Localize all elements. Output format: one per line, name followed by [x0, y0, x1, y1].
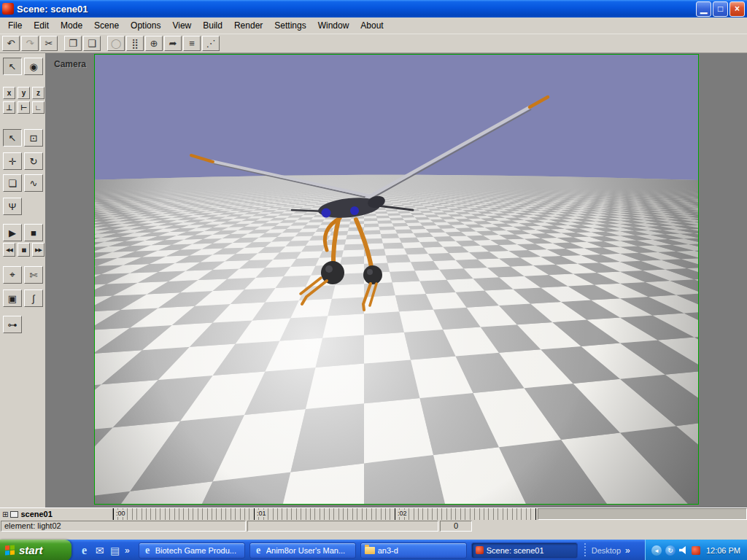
taskbar: start e ✉ ▤ » e Biotech Game Produ... e …	[0, 540, 747, 560]
key-mode-button[interactable]: ⊶	[3, 316, 22, 333]
scene-tree-node[interactable]: ⊞ scene01	[0, 508, 113, 520]
task-button-scene01[interactable]: Scene: scene01	[471, 542, 578, 559]
maximize-icon: □	[718, 4, 723, 14]
copy-icon: ❐	[69, 39, 77, 48]
axis-x-label: x	[7, 89, 12, 97]
play-button[interactable]: ▶	[3, 224, 22, 241]
menu-edit[interactable]: Edit	[28, 19, 55, 32]
key-icon: ⊶	[8, 319, 18, 330]
ie-quicklaunch-icon[interactable]: e	[77, 542, 91, 559]
keyframe-icon: ⌖	[9, 269, 15, 281]
desktop-toolbar[interactable]: Desktop »	[584, 543, 632, 558]
menu-scene[interactable]: Scene	[88, 19, 125, 32]
volume-tray-icon[interactable]	[679, 546, 688, 554]
timeline-ruler[interactable]: :00 :01 :02	[113, 508, 538, 520]
spline-icon: ∫	[32, 293, 35, 304]
task-button-biotech[interactable]: e Biotech Game Produ...	[139, 542, 245, 559]
arrow-select-button[interactable]: ↖	[3, 129, 22, 147]
ruler-label-0: :00	[115, 510, 126, 517]
paste-button[interactable]: ❑	[83, 36, 101, 51]
scene-canvas[interactable]	[94, 54, 699, 505]
main-area: ↖ ◉ x y z ⊥ ⊢ ∟ ↖ ⊡ ✛ ↻ ❏ ∿ Ψ ▶ ■	[0, 53, 747, 508]
ik-tool-button[interactable]: Ψ	[3, 198, 22, 215]
tree-expander-icon[interactable]: ⊞	[2, 510, 8, 518]
taskbar-clock[interactable]: 12:06 PM	[706, 546, 740, 555]
point-edit-button[interactable]: ⣿	[126, 36, 144, 51]
menu-settings[interactable]: Settings	[268, 19, 311, 32]
rewind-button[interactable]: ◀◀	[3, 243, 15, 257]
graph-editor-button[interactable]: ⋰	[202, 36, 220, 51]
wireframe-button[interactable]: ⊕	[145, 36, 163, 51]
spline-button[interactable]: ∫	[24, 289, 43, 307]
points-icon: ⣿	[131, 39, 139, 48]
wireframe-globe-icon: ⊕	[150, 39, 158, 48]
close-icon: ×	[735, 4, 740, 14]
hide-icons-button[interactable]: ◂	[651, 545, 662, 556]
quicklaunch-overflow-chevron[interactable]: »	[123, 545, 131, 556]
drag-select-button[interactable]: ⊡	[24, 129, 43, 147]
character-figure[interactable]	[95, 55, 698, 504]
forward-button[interactable]: ▶▶	[32, 243, 44, 257]
scale-tool-button[interactable]: ❏	[3, 174, 22, 192]
cut-icon: ✂	[45, 39, 53, 48]
tool-sidebar: ↖ ◉ x y z ⊥ ⊢ ∟ ↖ ⊡ ✛ ↻ ❏ ∿ Ψ ▶ ■	[0, 53, 45, 508]
anim8or-tray-icon[interactable]	[692, 546, 700, 555]
timeline-row: ⊞ scene01 :00 :01 :02	[0, 508, 747, 520]
start-button[interactable]: start	[0, 540, 71, 560]
desktop-overflow-chevron[interactable]: »	[624, 545, 632, 556]
menu-window[interactable]: Window	[312, 19, 355, 32]
arc-rotate-button[interactable]: ➦	[164, 36, 182, 51]
update-tray-icon[interactable]: ↻	[665, 545, 676, 556]
move-tool-button[interactable]: ✛	[3, 152, 22, 170]
object-list-button[interactable]: ≡	[183, 36, 201, 51]
camera-view-button[interactable]: ▣	[3, 289, 22, 307]
task-button-anim8or-manual[interactable]: e Anim8or User's Man...	[249, 542, 356, 559]
cut-tool-button[interactable]: ✄	[24, 266, 43, 284]
visibility-button[interactable]: ◉	[24, 58, 43, 75]
task-button-an3d-folder[interactable]: an3-d	[360, 542, 467, 559]
windows-flag-icon	[5, 545, 15, 556]
titlebar: Scene: scene01 ▁ □ ×	[0, 0, 747, 18]
folder-icon	[365, 547, 375, 554]
mail-quicklaunch-icon[interactable]: ✉	[93, 542, 107, 559]
app-icon[interactable]	[2, 3, 14, 15]
screen-coords-icon: ∟	[35, 104, 42, 112]
cut-button[interactable]: ✂	[40, 36, 58, 51]
redo-button[interactable]: ↷	[21, 36, 39, 51]
object-coords-button[interactable]: ⊢	[18, 101, 30, 114]
undo-button[interactable]: ↶	[2, 36, 20, 51]
menu-view[interactable]: View	[166, 19, 197, 32]
viewport: Camera	[45, 53, 747, 508]
nonuniform-scale-button[interactable]: ∿	[24, 174, 43, 192]
axis-z-button[interactable]: z	[32, 87, 44, 99]
stop-button[interactable]: ■	[24, 224, 43, 241]
axis-y-label: y	[22, 89, 26, 97]
select-tool-button[interactable]: ↖	[3, 58, 22, 75]
show-desktop-icon[interactable]: ▤	[108, 542, 122, 559]
marquee-icon: ⊡	[30, 133, 38, 144]
menu-options[interactable]: Options	[125, 19, 166, 32]
menu-mode[interactable]: Mode	[55, 19, 88, 32]
menu-build[interactable]: Build	[197, 19, 228, 32]
menu-file[interactable]: File	[2, 19, 28, 32]
frame-number-field[interactable]: 0	[440, 521, 472, 532]
window-bottom-edge	[0, 532, 747, 540]
timeline-scrollbar[interactable]	[538, 508, 747, 520]
toolbar-grip[interactable]	[584, 543, 586, 558]
world-coords-button[interactable]: ⊥	[3, 101, 15, 114]
sphere-view-button[interactable]: ◯	[107, 36, 125, 51]
axis-x-button[interactable]: x	[3, 87, 15, 99]
screen-coords-button[interactable]: ∟	[32, 101, 44, 114]
menu-render[interactable]: Render	[228, 19, 268, 32]
keyframe-button[interactable]: ⌖	[3, 266, 22, 284]
axis-y-button[interactable]: y	[18, 87, 30, 99]
minimize-button[interactable]: ▁	[696, 1, 711, 17]
task-label: Scene: scene01	[487, 546, 544, 555]
menu-about[interactable]: About	[355, 19, 389, 32]
pause-button[interactable]: ▮▮	[18, 243, 30, 257]
rotate-tool-button[interactable]: ↻	[24, 152, 43, 170]
copy-button[interactable]: ❐	[64, 36, 82, 51]
task-label: Biotech Game Produ...	[155, 546, 236, 555]
close-button[interactable]: ×	[729, 1, 745, 17]
maximize-button[interactable]: □	[713, 1, 728, 17]
